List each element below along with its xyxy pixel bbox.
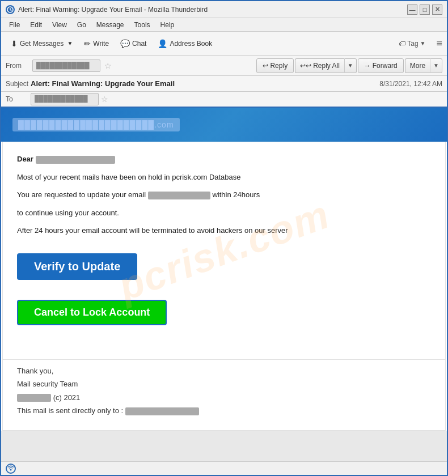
body-paragraph-2: You are requested to update your email w… bbox=[17, 189, 431, 201]
body-paragraph-3: to continue using your account. bbox=[17, 207, 431, 219]
toolbar-right: 🏷 Tag ▼ ≡ bbox=[394, 37, 442, 50]
chat-icon: 💬 bbox=[120, 39, 130, 48]
from-redacted: ████████████ bbox=[36, 62, 90, 69]
statusbar bbox=[1, 461, 447, 475]
tag-icon: 🏷 bbox=[399, 40, 405, 48]
window-title: Alert: Final Warning: Upgrade Your Email… bbox=[18, 6, 407, 14]
tag-dropdown-icon: ▼ bbox=[420, 40, 426, 46]
from-label: From bbox=[6, 62, 28, 70]
forward-button[interactable]: → Forward bbox=[358, 58, 404, 73]
footer-copyright: (c) 2021 bbox=[17, 392, 431, 403]
email-content: ██████████████████████.com pcrisk.com De… bbox=[1, 108, 447, 431]
action-buttons: ↩ Reply ↩↩ Reply All ▼ → Forward More ▼ bbox=[256, 58, 442, 73]
menu-go[interactable]: Go bbox=[73, 20, 91, 30]
get-messages-button[interactable]: ⬇ Get Messages ▼ bbox=[6, 36, 78, 51]
footer-team: Mail security Team bbox=[17, 379, 431, 390]
menu-help[interactable]: Help bbox=[156, 20, 179, 30]
menu-view[interactable]: View bbox=[48, 20, 71, 30]
chat-button[interactable]: 💬 Chat bbox=[115, 36, 151, 51]
reply-all-split-button: ↩↩ Reply All ▼ bbox=[295, 58, 357, 73]
connection-status-icon bbox=[6, 464, 16, 474]
verify-btn-container: Verify to Update bbox=[17, 248, 431, 291]
write-label: Write bbox=[93, 40, 109, 48]
reply-all-button[interactable]: ↩↩ Reply All bbox=[295, 58, 344, 73]
main-toolbar: ⬇ Get Messages ▼ ✏ Write 💬 Chat 👤 Addres… bbox=[1, 32, 447, 56]
cancel-btn-container: Cancel to Lock Account bbox=[17, 297, 431, 337]
hamburger-menu-icon[interactable]: ≡ bbox=[436, 37, 442, 49]
menu-message[interactable]: Message bbox=[92, 20, 129, 30]
address-book-label: Address Book bbox=[170, 40, 212, 48]
to-bar: To ████████████ ☆ bbox=[1, 92, 447, 108]
get-messages-label: Get Messages bbox=[20, 40, 64, 48]
app-icon bbox=[6, 5, 15, 14]
forward-icon: → bbox=[364, 62, 371, 70]
footer-sent: This mail is sent directly only to : bbox=[17, 405, 431, 416]
reply-label: Reply bbox=[270, 62, 288, 70]
address-book-button[interactable]: 👤 Address Book bbox=[153, 36, 217, 51]
dear-name-redacted bbox=[36, 156, 115, 164]
menu-tools[interactable]: Tools bbox=[130, 20, 155, 30]
more-button[interactable]: More bbox=[405, 58, 430, 73]
email-banner: ██████████████████████.com bbox=[1, 108, 447, 142]
cancel-to-lock-button[interactable]: Cancel to Lock Account bbox=[18, 301, 166, 324]
footer-redacted bbox=[17, 394, 51, 402]
banner-address-text: ██████████████████████.com bbox=[18, 120, 174, 129]
minimize-button[interactable]: — bbox=[407, 5, 417, 15]
menu-file[interactable]: File bbox=[5, 20, 24, 30]
email-body[interactable]: ██████████████████████.com pcrisk.com De… bbox=[1, 108, 447, 461]
get-messages-icon: ⬇ bbox=[11, 39, 18, 48]
body-paragraph-1: Most of your recent mails have been on h… bbox=[17, 172, 431, 183]
email-footer: Thank you, Mail security Team (c) 2021 T… bbox=[2, 360, 446, 431]
maximize-button[interactable]: □ bbox=[420, 5, 430, 15]
to-redacted: ████████████ bbox=[35, 95, 88, 102]
tag-button[interactable]: 🏷 Tag ▼ bbox=[394, 37, 430, 50]
get-messages-dropdown-icon[interactable]: ▼ bbox=[67, 40, 73, 46]
subject-text: Alert: Final Warning: Upgrade Your Email bbox=[31, 79, 379, 88]
main-window: Alert: Final Warning: Upgrade Your Email… bbox=[0, 0, 448, 476]
email-redacted bbox=[148, 192, 210, 199]
close-button[interactable]: ✕ bbox=[432, 5, 442, 15]
svg-point-1 bbox=[10, 469, 12, 470]
write-icon: ✏ bbox=[84, 39, 91, 48]
titlebar: Alert: Final Warning: Upgrade Your Email… bbox=[1, 1, 447, 18]
cancel-btn-wrapper: Cancel to Lock Account bbox=[17, 300, 167, 325]
to-star-icon[interactable]: ☆ bbox=[101, 95, 108, 104]
to-label: To bbox=[6, 95, 28, 103]
subject-date: 8/31/2021, 12:42 AM bbox=[379, 80, 442, 88]
from-value: ████████████ bbox=[32, 60, 100, 72]
footer-year: (c) 2021 bbox=[53, 393, 81, 402]
address-book-icon: 👤 bbox=[158, 39, 167, 48]
more-dropdown[interactable]: ▼ bbox=[430, 58, 442, 73]
reply-all-icon: ↩↩ bbox=[300, 62, 311, 70]
subject-bar: Subject Alert: Final Warning: Upgrade Yo… bbox=[1, 76, 447, 92]
window-controls: — □ ✕ bbox=[407, 5, 442, 15]
menubar: File Edit View Go Message Tools Help bbox=[1, 18, 447, 32]
menu-edit[interactable]: Edit bbox=[26, 20, 47, 30]
subject-label: Subject bbox=[6, 80, 28, 88]
email-text-area: pcrisk.com Dear Most of your recent mail… bbox=[2, 142, 446, 360]
from-action-bar: From ████████████ ☆ ↩ Reply ↩↩ Reply All… bbox=[1, 56, 447, 76]
reply-all-dropdown[interactable]: ▼ bbox=[344, 58, 357, 73]
reply-button[interactable]: ↩ Reply bbox=[256, 58, 294, 73]
footer-thanks: Thank you, bbox=[17, 366, 431, 377]
more-label: More bbox=[410, 62, 425, 70]
verify-to-update-button[interactable]: Verify to Update bbox=[17, 253, 137, 280]
dear-label: Dear bbox=[17, 155, 33, 163]
reply-icon: ↩ bbox=[263, 62, 268, 70]
chat-label: Chat bbox=[132, 40, 146, 48]
forward-label: Forward bbox=[373, 62, 398, 70]
tag-label: Tag bbox=[407, 40, 418, 48]
body-paragraph-4: After 24 hours your email account will b… bbox=[17, 225, 431, 236]
from-star-icon[interactable]: ☆ bbox=[104, 61, 112, 70]
more-split-button: More ▼ bbox=[405, 58, 442, 73]
footer-sent-addr-redacted bbox=[125, 407, 199, 415]
to-value: ████████████ bbox=[31, 93, 99, 105]
dear-paragraph: Dear bbox=[17, 154, 431, 165]
reply-all-label: Reply All bbox=[313, 62, 340, 70]
sender-address: ██████████████████████.com bbox=[12, 118, 180, 131]
write-button[interactable]: ✏ Write bbox=[79, 36, 114, 51]
